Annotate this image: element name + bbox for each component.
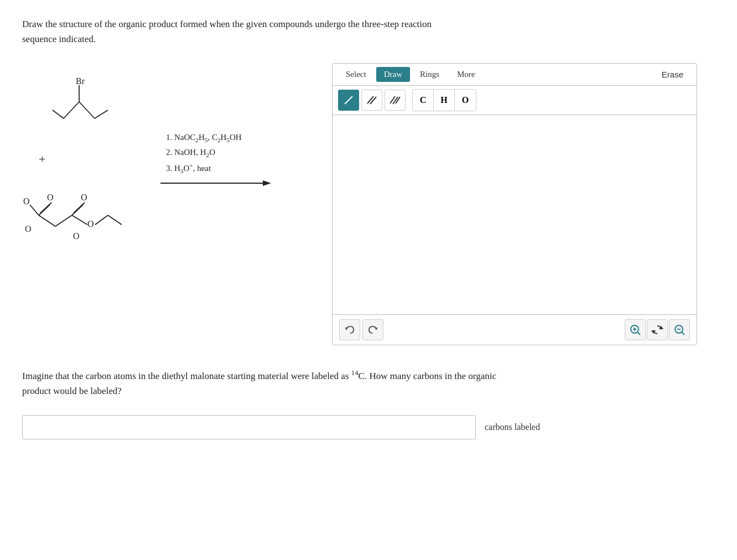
double-bond-button[interactable] (361, 90, 382, 111)
left-panel: Br + (22, 63, 310, 246)
reaction-conditions: 1. NaOC2H5, C2H5OH 2. NaOH, H2O 3. H3O+,… (166, 131, 288, 177)
single-bond-button[interactable] (338, 90, 359, 111)
zoom-reset-button[interactable] (647, 319, 668, 340)
triple-bond-button[interactable] (385, 90, 406, 111)
svg-marker-31 (375, 328, 378, 330)
reaction-arrow (160, 177, 271, 190)
draw-button[interactable]: Draw (376, 67, 410, 82)
arrow-container (160, 177, 288, 190)
svg-line-26 (370, 97, 376, 104)
svg-line-3 (79, 102, 95, 118)
svg-text:O: O (87, 219, 94, 229)
undo-button[interactable] (339, 319, 360, 340)
question-text-2: Imagine that the carbon atoms in the die… (22, 367, 631, 398)
svg-line-15 (74, 203, 85, 213)
zoom-controls (625, 319, 690, 340)
svg-text:O: O (73, 231, 80, 241)
answer-row: carbons labeled (22, 415, 715, 439)
undo-icon (344, 324, 356, 336)
svg-line-11 (39, 215, 55, 226)
atom-buttons: C H O (412, 89, 476, 111)
svg-line-19 (108, 215, 122, 225)
reaction-area: Br + (22, 74, 288, 246)
svg-text:O: O (23, 196, 30, 206)
svg-line-5 (95, 110, 108, 118)
svg-line-10 (40, 203, 51, 213)
rings-button[interactable]: Rings (412, 67, 447, 82)
erase-button[interactable]: Erase (654, 67, 691, 82)
answer-input[interactable] (22, 415, 476, 439)
step-3: 3. H3O+, heat (166, 160, 288, 177)
molecule-br-svg: Br (47, 74, 119, 141)
molecule-br: Br (47, 74, 119, 141)
toolbar: Select Draw Rings More Erase (333, 64, 697, 86)
svg-marker-23 (263, 180, 271, 186)
redo-button[interactable] (362, 319, 383, 340)
bond-tools: C H O (333, 86, 697, 115)
draw-canvas[interactable] (333, 115, 697, 314)
plus-sign: + (22, 152, 45, 167)
svg-text:O: O (81, 193, 87, 202)
main-content: Br + (22, 63, 715, 345)
zoom-in-icon (629, 324, 641, 336)
zoom-out-icon (673, 324, 686, 336)
svg-text:Br: Br (76, 76, 85, 86)
svg-line-40 (682, 332, 684, 335)
molecule-malonate-svg: O O O (22, 174, 144, 246)
q1-line1: Draw the structure of the organic produc… (22, 19, 432, 29)
svg-line-7 (30, 205, 39, 215)
single-bond-icon (342, 94, 355, 106)
q2-text2: product would be labeled? (22, 386, 122, 396)
svg-line-25 (367, 96, 373, 103)
hydrogen-button[interactable]: H (434, 90, 455, 111)
draw-panel: Select Draw Rings More Erase (332, 63, 697, 345)
svg-line-29 (396, 97, 400, 103)
zoom-out-button[interactable] (669, 319, 690, 340)
zoom-in-button[interactable] (625, 319, 646, 340)
select-button[interactable]: Select (338, 67, 374, 82)
oxygen-button[interactable]: O (455, 90, 476, 111)
question-text-1: Draw the structure of the organic produc… (22, 17, 520, 46)
step-1: 1. NaOC2H5, C2H5OH (166, 131, 288, 146)
undo-redo-group (339, 319, 383, 340)
svg-line-12 (55, 215, 72, 226)
svg-line-16 (72, 215, 87, 225)
svg-line-24 (345, 96, 352, 104)
svg-line-4 (53, 110, 64, 118)
triple-bond-icon (389, 94, 401, 106)
svg-line-35 (637, 332, 640, 335)
answer-label: carbons labeled (485, 422, 540, 432)
molecules-area: Br + (22, 74, 144, 246)
more-button[interactable]: More (449, 67, 483, 82)
step-2: 2. NaOH, H2O (166, 146, 288, 160)
svg-marker-30 (345, 328, 348, 330)
bottom-controls (333, 314, 697, 345)
q2-text1: Imagine that the carbon atoms in the die… (22, 371, 496, 381)
svg-line-18 (95, 215, 108, 225)
svg-text:O: O (25, 224, 32, 234)
q1-line2: sequence indicated. (22, 34, 96, 44)
svg-text:O: O (47, 193, 54, 202)
carbon-button[interactable]: C (413, 90, 434, 111)
redo-icon (367, 324, 379, 336)
zoom-reset-icon (651, 324, 663, 336)
svg-line-2 (64, 102, 79, 118)
conditions-block: 1. NaOC2H5, C2H5OH 2. NaOH, H2O 3. H3O+,… (155, 131, 288, 190)
double-bond-icon (366, 94, 378, 106)
